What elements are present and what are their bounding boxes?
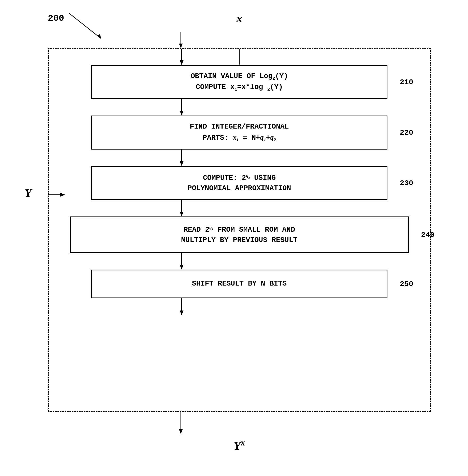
ref-230: 230 (400, 179, 413, 187)
output-yx-label: Yx (234, 438, 245, 453)
svg-marker-16 (60, 193, 65, 197)
y-input-label: Y (25, 187, 32, 199)
box-210: OBTAIN VALUE OF Log2(Y) COMPUTE x1=x*log… (91, 65, 387, 99)
box-250: SHIFT RESULT BY N BITS 250 (91, 270, 387, 298)
svg-marker-12 (180, 265, 183, 270)
svg-marker-18 (179, 44, 183, 48)
box-230: COMPUTE: 2q2 USING POLYNOMIAL APPROXIMAT… (91, 166, 387, 200)
ref-250: 250 (400, 280, 413, 288)
box-250-text: SHIFT RESULT BY N BITS (192, 279, 287, 289)
svg-marker-14 (180, 311, 183, 315)
box-210-text: OBTAIN VALUE OF Log2(Y) COMPUTE x1=x*log… (191, 71, 288, 93)
output-x-sup: x (241, 438, 245, 447)
svg-marker-10 (180, 212, 183, 216)
box-230-text: COMPUTE: 2q2 USING POLYNOMIAL APPROXIMAT… (188, 172, 291, 194)
top-arrow-svg (32, 32, 447, 53)
box-240: READ 2q1 FROM SMALL ROM AND MULTIPLY BY … (70, 216, 409, 253)
outer-dashed-box: Y (48, 48, 431, 412)
ref-240: 240 (421, 231, 434, 239)
ref-220: 220 (400, 129, 413, 137)
ref-210: 210 (400, 78, 413, 86)
svg-marker-20 (179, 429, 183, 434)
box-220-text: FIND INTEGER/FRACTIONAL PARTS: x1 = N+q1… (190, 122, 289, 143)
output-y: Y (234, 439, 241, 452)
input-x-label: x (237, 12, 242, 25)
svg-marker-8 (180, 161, 183, 166)
box-240-text: READ 2q1 FROM SMALL ROM AND MULTIPLY BY … (181, 224, 297, 245)
svg-marker-4 (180, 60, 183, 65)
box-220: FIND INTEGER/FRACTIONAL PARTS: x1 = N+q1… (91, 116, 387, 150)
svg-marker-6 (180, 111, 183, 116)
diagram-container: 200 x Y (32, 16, 447, 460)
